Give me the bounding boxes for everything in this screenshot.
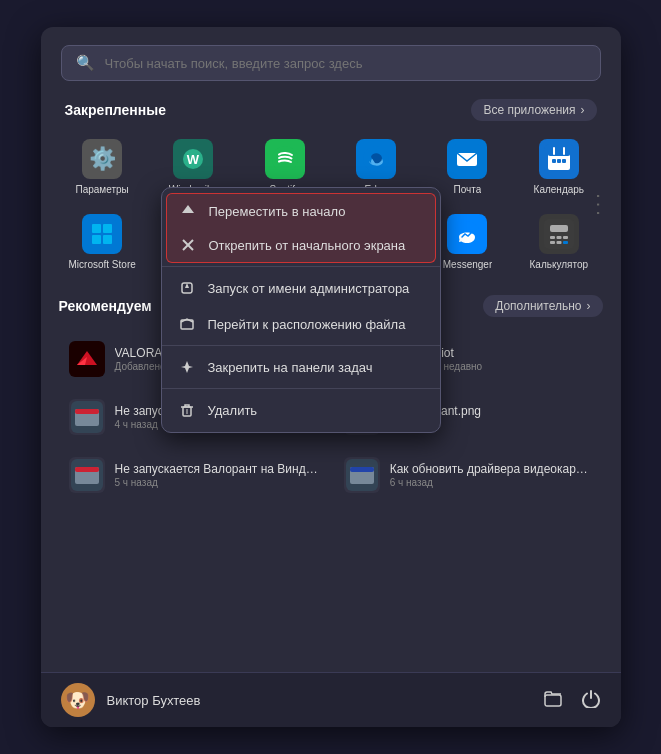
rec-info-driver: Как обновить драйвера видеокар… 6 ч наза… <box>390 462 593 488</box>
context-separator-3 <box>162 388 440 389</box>
context-run-admin-label: Запуск от имени администратора <box>208 281 410 296</box>
svg-rect-12 <box>557 159 561 163</box>
context-delete[interactable]: Удалить <box>162 392 440 428</box>
unpin-icon <box>179 236 197 254</box>
calendar-icon <box>539 139 579 179</box>
all-apps-button[interactable]: Все приложения › <box>471 99 596 121</box>
svg-rect-8 <box>548 150 570 156</box>
rec-info-val-issue2: Не запускается Валорант на Винд… 5 ч наз… <box>115 462 318 488</box>
rec-icon-val-issue2 <box>69 457 105 493</box>
svg-rect-13 <box>562 159 566 163</box>
search-input[interactable] <box>105 56 586 71</box>
app-label-calc: Калькулятор <box>530 259 589 271</box>
svg-rect-28 <box>550 225 568 232</box>
file-explorer-icon[interactable] <box>543 688 563 713</box>
svg-rect-14 <box>87 219 117 249</box>
app-msstore[interactable]: Microsoft Store <box>59 206 146 277</box>
context-separator-1 <box>162 266 440 267</box>
context-taskbar-pin[interactable]: Закрепить на панели задач <box>162 349 440 385</box>
svg-rect-57 <box>75 467 99 472</box>
app-label-msstore: Microsoft Store <box>69 259 136 271</box>
context-unpin-label: Открепить от начального экрана <box>209 238 406 253</box>
context-run-admin[interactable]: Запуск от имени администратора <box>162 270 440 306</box>
app-label-calendar: Календарь <box>534 184 584 196</box>
move-top-icon <box>179 202 197 220</box>
admin-icon <box>178 279 196 297</box>
svg-rect-11 <box>552 159 556 163</box>
recommended-title: Рекомендуем <box>59 298 152 314</box>
svg-marker-35 <box>182 205 194 213</box>
search-bar[interactable]: 🔍 <box>61 45 601 81</box>
pinned-section-header: Закрепленные Все приложения › <box>41 91 621 127</box>
svg-rect-16 <box>103 224 112 233</box>
search-icon: 🔍 <box>76 54 95 72</box>
app-settings[interactable]: ⚙️ Параметры <box>59 131 146 202</box>
rec-icon-driver <box>344 457 380 493</box>
delete-icon <box>178 401 196 419</box>
context-file-location[interactable]: Перейти к расположению файла <box>162 306 440 342</box>
svg-rect-51 <box>75 409 99 414</box>
pinned-title: Закрепленные <box>65 102 167 118</box>
taskbar-icons <box>543 688 601 713</box>
pinned-grid: ⚙️ Параметры W Windscribe Spotify Edge <box>41 127 621 285</box>
taskbar-pin-icon <box>178 358 196 376</box>
user-avatar[interactable]: 🐶 <box>61 683 95 717</box>
svg-point-2 <box>272 146 298 172</box>
svg-rect-34 <box>563 241 568 244</box>
context-move-top-label: Переместить в начало <box>209 204 346 219</box>
rec-item-driver[interactable]: Как обновить драйвера видеокар… 6 ч наза… <box>334 449 603 501</box>
svg-rect-15 <box>92 224 101 233</box>
app-calendar[interactable]: Календарь <box>515 131 602 202</box>
taskbar-bottom: 🐶 Виктор Бухтеев <box>41 672 621 727</box>
svg-rect-27 <box>544 219 574 249</box>
rec-name-driver: Как обновить драйвера видеокар… <box>390 462 593 476</box>
svg-rect-61 <box>545 695 561 706</box>
app-label-mail: Почта <box>454 184 482 196</box>
spotify-icon <box>265 139 305 179</box>
chevron-right-icon: › <box>581 103 585 117</box>
rec-sub-driver: 6 ч назад <box>390 477 593 488</box>
svg-rect-60 <box>350 467 374 472</box>
app-label-messenger: Messenger <box>443 259 492 271</box>
svg-rect-31 <box>563 236 568 239</box>
svg-rect-32 <box>550 241 555 244</box>
settings-icon: ⚙️ <box>82 139 122 179</box>
context-move-top[interactable]: Переместить в начало <box>166 193 436 228</box>
svg-rect-33 <box>556 241 561 244</box>
svg-rect-17 <box>92 235 101 244</box>
calc-icon <box>539 214 579 254</box>
svg-text:W: W <box>187 152 200 167</box>
rec-item-val-issue2[interactable]: Не запускается Валорант на Винд… 5 ч наз… <box>59 449 328 501</box>
more-button[interactable]: Дополнительно › <box>483 295 602 317</box>
context-delete-label: Удалить <box>208 403 258 418</box>
rec-icon-val-issue1 <box>69 399 105 435</box>
context-menu: Переместить в начало Открепить от началь… <box>161 187 441 433</box>
edge-icon <box>356 139 396 179</box>
msstore-icon <box>82 214 122 254</box>
rec-name-val-issue2: Не запускается Валорант на Винд… <box>115 462 318 476</box>
rec-sub-val-issue2: 5 ч назад <box>115 477 318 488</box>
app-label-settings: Параметры <box>76 184 129 196</box>
svg-rect-18 <box>103 235 112 244</box>
svg-rect-29 <box>550 236 555 239</box>
svg-rect-30 <box>556 236 561 239</box>
power-icon[interactable] <box>581 688 601 713</box>
chevron-right-icon-rec: › <box>587 299 591 313</box>
user-name: Виктор Бухтеев <box>107 693 543 708</box>
context-separator-2 <box>162 345 440 346</box>
messenger-icon <box>447 214 487 254</box>
windscribe-icon: W <box>173 139 213 179</box>
dots-indicator: ··· <box>588 193 611 219</box>
file-location-icon <box>178 315 196 333</box>
context-taskbar-pin-label: Закрепить на панели задач <box>208 360 373 375</box>
mail-icon <box>447 139 487 179</box>
context-file-location-label: Перейти к расположению файла <box>208 317 406 332</box>
rec-icon-valorant <box>69 341 105 377</box>
context-unpin[interactable]: Открепить от начального экрана <box>166 228 436 263</box>
start-menu: 🔍 Закрепленные Все приложения › ⚙️ Парам… <box>41 27 621 727</box>
